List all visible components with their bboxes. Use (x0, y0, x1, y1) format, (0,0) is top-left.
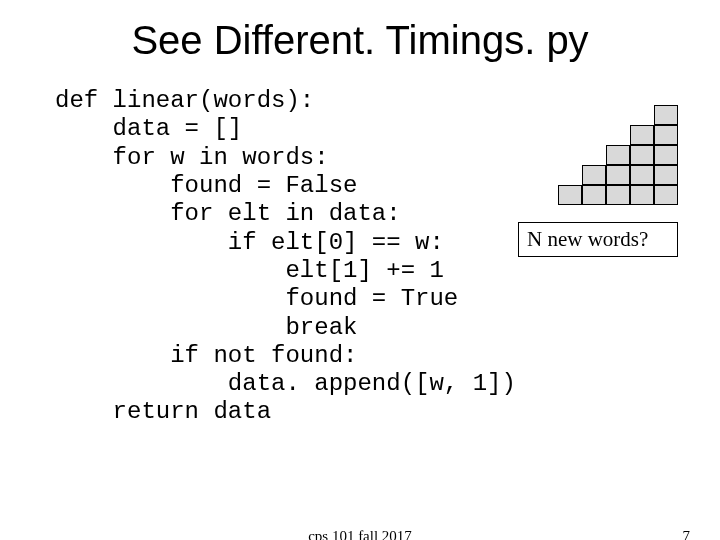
staircase-cell (630, 125, 654, 145)
staircase-cell (630, 165, 654, 185)
staircase-cell (654, 125, 678, 145)
staircase-cell (630, 185, 654, 205)
staircase-cell (654, 145, 678, 165)
staircase-cell (582, 185, 606, 205)
staircase-cell (606, 145, 630, 165)
annotation-box: N new words? (518, 222, 678, 257)
staircase-row (558, 185, 678, 205)
staircase-row (558, 145, 678, 165)
staircase-cell (654, 165, 678, 185)
staircase-cell (630, 145, 654, 165)
staircase-cell (654, 105, 678, 125)
footer-course: cps 101 fall 2017 (308, 528, 412, 540)
footer-page-number: 7 (683, 528, 691, 540)
staircase-row (558, 165, 678, 185)
slide-title: See Different. Timings. py (0, 18, 720, 63)
staircase-row (558, 125, 678, 145)
staircase-cell (606, 185, 630, 205)
staircase-cell (654, 185, 678, 205)
staircase-row (558, 105, 678, 125)
staircase-cell (606, 165, 630, 185)
staircase-cell (558, 185, 582, 205)
staircase-diagram (558, 105, 678, 205)
staircase-cell (582, 165, 606, 185)
